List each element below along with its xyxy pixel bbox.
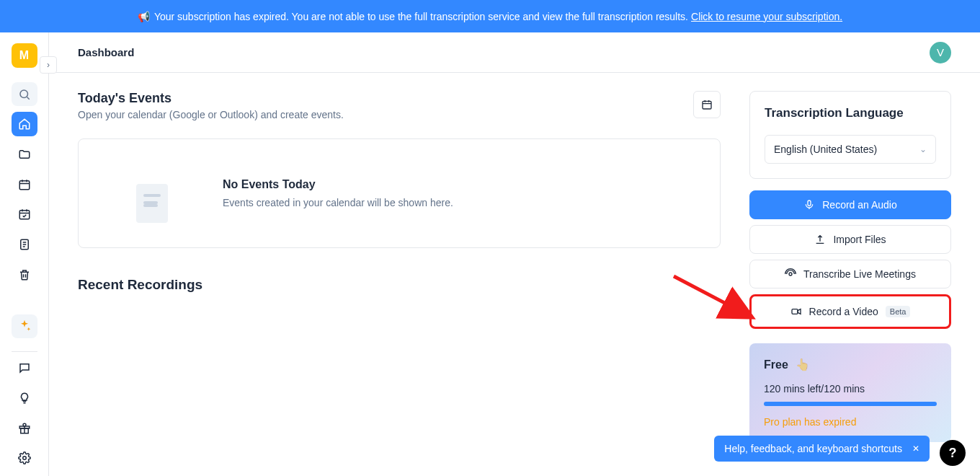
trash-icon xyxy=(18,268,31,281)
transcription-language-panel: Transcription Language English (United S… xyxy=(749,91,951,179)
language-select[interactable]: English (United States) ⌄ xyxy=(765,135,936,164)
sidebar-item-hint[interactable] xyxy=(12,386,37,410)
sidebar: M › xyxy=(0,32,49,476)
sidebar-item-calendar[interactable] xyxy=(12,172,37,197)
record-audio-button[interactable]: Record an Audio xyxy=(749,190,951,219)
sidebar-item-trash[interactable] xyxy=(12,263,37,287)
svg-rect-8 xyxy=(808,200,811,206)
minutes-progress-bar xyxy=(764,402,937,406)
plan-expired-text: Pro plan has expired xyxy=(764,416,937,428)
resume-subscription-link[interactable]: Click to resume your subscription. xyxy=(691,11,842,22)
sparkle-icon xyxy=(17,319,32,333)
record-video-button[interactable]: Record a Video Beta xyxy=(749,294,951,329)
help-toast[interactable]: Help, feedback, and keyboard shortcuts ✕ xyxy=(714,436,930,462)
svg-point-6 xyxy=(22,457,26,460)
record-audio-label: Record an Audio xyxy=(822,199,897,211)
free-plan-card: Free 👆 120 mins left/120 mins Pro plan h… xyxy=(749,343,951,442)
chevron-right-icon: › xyxy=(47,60,50,70)
free-plan-title: Free xyxy=(764,358,788,371)
home-icon xyxy=(18,118,31,131)
svg-rect-1 xyxy=(19,180,30,189)
app-logo[interactable]: M xyxy=(12,43,37,68)
user-avatar[interactable]: V xyxy=(930,42,951,63)
sidebar-toggle-button[interactable]: › xyxy=(40,56,57,74)
calendar-icon xyxy=(18,178,31,191)
svg-rect-7 xyxy=(703,101,711,109)
svg-point-9 xyxy=(789,273,792,276)
no-events-card: No Events Today Events created in your c… xyxy=(78,138,721,248)
video-icon xyxy=(790,306,802,317)
no-events-title: No Events Today xyxy=(223,178,453,191)
microphone-icon xyxy=(803,199,815,211)
sidebar-item-home[interactable] xyxy=(12,112,37,136)
language-selected-value: English (United States) xyxy=(774,144,877,155)
no-events-subtitle: Events created in your calendar will be … xyxy=(223,197,453,208)
banner-message: Your subscription has expired. You are n… xyxy=(154,11,688,22)
help-toast-text: Help, feedback, and keyboard shortcuts xyxy=(724,443,902,454)
transcribe-live-label: Transcribe Live Meetings xyxy=(803,268,916,280)
svg-point-0 xyxy=(20,90,28,98)
sidebar-item-ai[interactable] xyxy=(12,314,37,339)
todays-events-subtitle: Open your calendar (Google or Outlook) a… xyxy=(78,109,344,120)
sidebar-item-folder[interactable] xyxy=(12,142,37,167)
svg-rect-2 xyxy=(19,211,30,219)
calendar-check-icon xyxy=(18,208,31,221)
gift-icon xyxy=(18,422,31,435)
sidebar-divider xyxy=(12,351,37,352)
subscription-banner: 📢 Your subscription has expired. You are… xyxy=(0,0,980,32)
search-icon xyxy=(18,88,31,101)
lightbulb-icon xyxy=(18,392,31,405)
svg-rect-10 xyxy=(792,309,798,314)
recent-recordings-title: Recent Recordings xyxy=(78,277,721,293)
live-icon xyxy=(785,268,796,280)
help-fab-button[interactable]: ? xyxy=(940,440,966,466)
sidebar-item-search[interactable] xyxy=(12,82,37,107)
import-files-button[interactable]: Import Files xyxy=(749,225,951,254)
sidebar-item-chat[interactable] xyxy=(12,356,37,380)
record-video-label: Record a Video xyxy=(809,306,878,317)
folder-icon xyxy=(18,148,31,161)
topbar: Dashboard V xyxy=(49,32,980,73)
import-files-label: Import Files xyxy=(833,234,886,245)
megaphone-icon: 📢 xyxy=(138,11,150,22)
sidebar-item-notes[interactable] xyxy=(12,232,37,257)
gear-icon xyxy=(18,451,31,464)
page-title: Dashboard xyxy=(78,46,134,58)
sidebar-item-gift[interactable] xyxy=(12,416,37,441)
chat-icon xyxy=(18,361,31,374)
open-calendar-button[interactable] xyxy=(693,91,721,118)
calendar-icon xyxy=(701,99,713,110)
sidebar-item-settings[interactable] xyxy=(12,446,37,470)
upload-icon xyxy=(814,234,826,245)
transcribe-live-button[interactable]: Transcribe Live Meetings xyxy=(749,260,951,288)
pointer-icon: 👆 xyxy=(796,358,810,371)
todays-events-title: Today's Events xyxy=(78,91,344,106)
sidebar-item-schedule[interactable] xyxy=(12,203,37,227)
beta-badge: Beta xyxy=(886,306,911,317)
empty-events-illustration xyxy=(115,161,187,226)
help-toast-close[interactable]: ✕ xyxy=(912,444,919,454)
notes-icon xyxy=(18,238,31,251)
chevron-down-icon: ⌄ xyxy=(919,144,927,154)
transcription-language-title: Transcription Language xyxy=(765,106,936,120)
minutes-left-text: 120 mins left/120 mins xyxy=(764,383,937,395)
